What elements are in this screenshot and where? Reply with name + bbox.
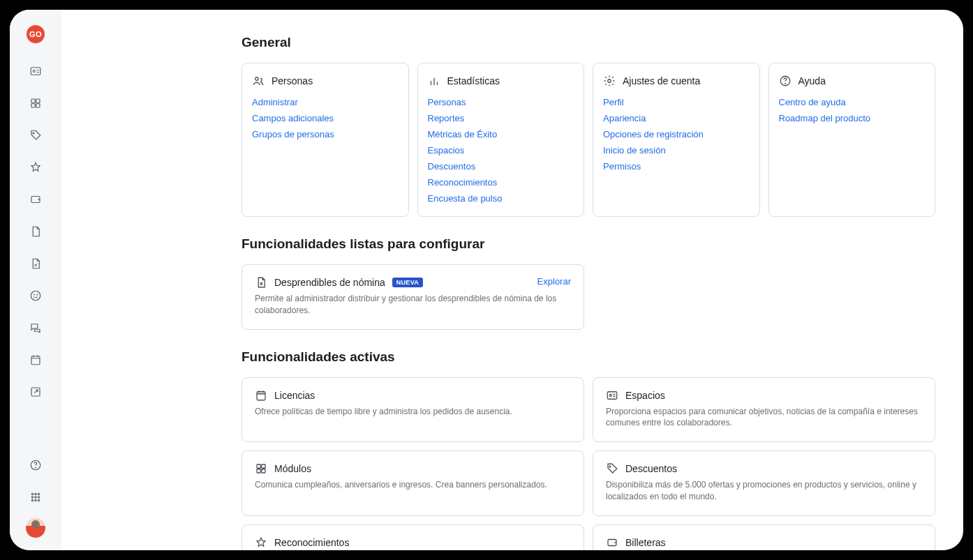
card-ayuda: Ayuda Centro de ayuda Roadmap del produc… — [768, 63, 936, 217]
nav-document-icon[interactable] — [24, 220, 47, 243]
link-descuentos[interactable]: Descuentos — [428, 161, 574, 172]
svg-rect-33 — [257, 469, 260, 473]
svg-point-22 — [35, 499, 36, 501]
card-estadisticas: Estadísticas Personas Reportes Métricas … — [417, 63, 585, 217]
card-title: Ajustes de cuenta — [623, 75, 700, 86]
feature-title: Descuentos — [625, 463, 677, 474]
feature-descuentos[interactable]: Descuentos Disponibiliza más de 5.000 of… — [593, 451, 935, 516]
svg-point-15 — [31, 493, 33, 494]
main-content: General Personas Administrar Campos adic… — [61, 10, 963, 550]
card-title: Ayuda — [799, 75, 826, 86]
feature-desc: Comunica cumpleaños, aniversarios e ingr… — [255, 479, 571, 491]
nav-apps-icon[interactable] — [24, 486, 47, 508]
feature-billeteras[interactable]: Billeteras Un ecosistema completo para g… — [593, 524, 935, 550]
svg-point-21 — [31, 499, 33, 501]
svg-point-23 — [38, 499, 39, 501]
nav-tag-icon[interactable] — [24, 124, 47, 146]
nav-wallet-icon[interactable] — [24, 188, 47, 211]
svg-rect-29 — [607, 391, 617, 399]
link-stat-personas[interactable]: Personas — [428, 97, 574, 107]
feature-espacios[interactable]: Espacios Proporciona espacios para comun… — [593, 377, 935, 443]
link-encuesta-pulso[interactable]: Encuesta de pulso — [428, 193, 574, 204]
svg-point-24 — [255, 77, 259, 81]
section-title-general: General — [242, 35, 935, 50]
card-title: Personas — [272, 75, 313, 86]
nav-chat-icon[interactable] — [24, 317, 47, 339]
help-icon — [779, 75, 792, 87]
card-personas: Personas Administrar Campos adicionales … — [242, 63, 409, 217]
svg-rect-5 — [36, 104, 40, 107]
link-reconocimientos[interactable]: Reconocimientos — [428, 177, 574, 188]
link-grupos-personas[interactable]: Grupos de personas — [252, 129, 399, 139]
link-metricas-exito[interactable]: Métricas de Éxito — [428, 129, 574, 139]
svg-point-14 — [36, 467, 36, 468]
nav-help-icon[interactable] — [24, 454, 47, 476]
section-title-ready: Funcionalidades listas para configurar — [242, 236, 935, 252]
link-reportes[interactable]: Reportes — [428, 113, 574, 123]
nav-smile-icon[interactable] — [24, 285, 47, 307]
section-title-active: Funcionalidades activas — [242, 349, 935, 365]
feature-reconocimientos[interactable]: Reconocimientos Entrega de reconocimient… — [242, 524, 584, 550]
wallet-icon — [606, 536, 618, 549]
badge-nueva: NUEVA — [392, 278, 423, 287]
svg-rect-4 — [31, 104, 35, 107]
feature-desc: Proporciona espacios para comunicar obje… — [606, 406, 922, 430]
svg-rect-32 — [262, 464, 265, 468]
feature-title: Módulos — [274, 463, 311, 474]
svg-point-6 — [33, 133, 34, 134]
feature-title: Billeteras — [625, 537, 666, 548]
feature-desprendibles[interactable]: Desprendibles de nómina NUEVA Explorar P… — [242, 264, 584, 330]
svg-point-30 — [609, 394, 611, 396]
grid-icon — [255, 462, 267, 475]
svg-point-17 — [38, 493, 39, 494]
link-apariencia[interactable]: Apariencia — [603, 113, 750, 123]
svg-point-20 — [38, 497, 39, 498]
chart-icon — [428, 75, 440, 87]
svg-rect-3 — [36, 99, 40, 103]
svg-point-1 — [33, 70, 35, 73]
nav-star-icon[interactable] — [24, 156, 47, 179]
link-centro-ayuda[interactable]: Centro de ayuda — [779, 97, 926, 107]
nav-people-icon[interactable] — [24, 60, 47, 82]
link-roadmap[interactable]: Roadmap del producto — [779, 113, 926, 123]
gear-icon — [603, 75, 616, 87]
people-icon — [252, 75, 265, 87]
explore-link[interactable]: Explorar — [537, 276, 571, 287]
feature-title: Desprendibles de nómina — [274, 277, 385, 288]
svg-point-8 — [31, 291, 40, 301]
link-administrar[interactable]: Administrar — [252, 97, 399, 107]
nav-document2-icon[interactable] — [24, 252, 47, 275]
svg-rect-34 — [262, 469, 265, 473]
feature-title: Espacios — [625, 390, 665, 401]
link-permisos[interactable]: Permisos — [603, 161, 750, 172]
svg-point-25 — [608, 80, 611, 83]
svg-point-35 — [609, 466, 611, 467]
svg-rect-2 — [31, 99, 35, 103]
nav-external-icon[interactable] — [24, 381, 47, 403]
svg-rect-11 — [31, 356, 40, 365]
feature-licencias[interactable]: Licencias Ofrece políticas de tiempo lib… — [242, 377, 584, 443]
feature-desc: Permite al administrador distribuir y ge… — [255, 293, 571, 317]
tag-icon — [606, 462, 618, 475]
svg-point-9 — [34, 294, 34, 295]
link-campos-adicionales[interactable]: Campos adicionales — [252, 113, 399, 123]
feature-modulos[interactable]: Módulos Comunica cumpleaños, aniversario… — [242, 451, 584, 516]
link-opciones-registracion[interactable]: Opciones de registración — [603, 129, 750, 139]
svg-point-19 — [35, 497, 36, 498]
svg-point-27 — [785, 83, 785, 84]
link-inicio-sesion[interactable]: Inicio de sesión — [603, 145, 750, 156]
calendar-icon — [255, 389, 267, 402]
app-logo[interactable]: GO — [27, 25, 45, 43]
star-icon — [255, 536, 267, 549]
nav-calendar-icon[interactable] — [24, 349, 47, 371]
link-espacios[interactable]: Espacios — [428, 145, 574, 156]
svg-rect-0 — [31, 68, 40, 75]
svg-point-18 — [31, 497, 33, 498]
sidebar: GO — [10, 10, 61, 550]
svg-point-10 — [37, 294, 38, 295]
svg-rect-31 — [257, 464, 260, 468]
link-perfil[interactable]: Perfil — [603, 97, 750, 107]
user-avatar[interactable] — [26, 518, 45, 538]
card-title: Estadísticas — [447, 75, 500, 86]
nav-modules-icon[interactable] — [24, 92, 47, 114]
